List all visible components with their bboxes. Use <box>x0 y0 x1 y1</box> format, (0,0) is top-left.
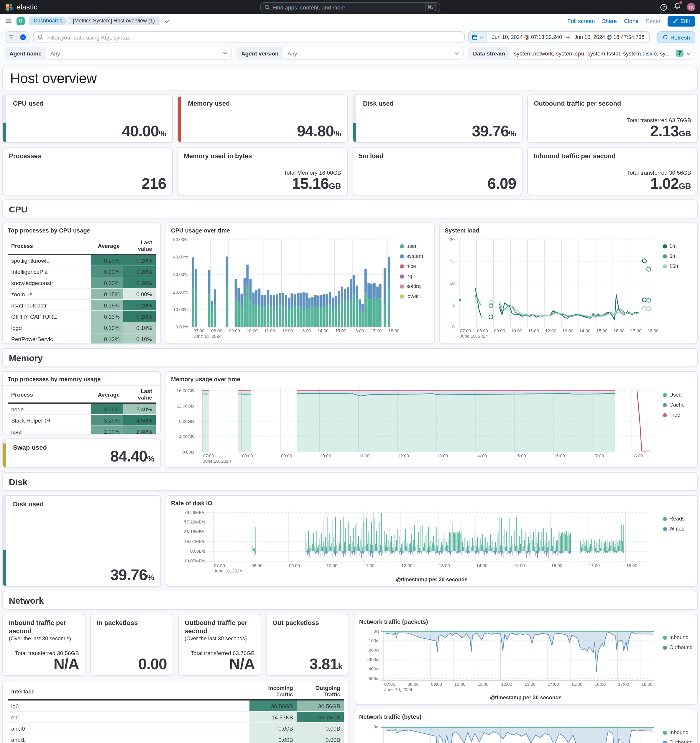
table-row[interactable]: spotlightknowle0.29%0.20% <box>8 255 156 266</box>
svg-text:57.22MB/s: 57.22MB/s <box>184 520 205 524</box>
table-header[interactable]: Outgoing Traffic <box>297 683 344 700</box>
table-row[interactable]: Slack Helper (R3.29%4.50% <box>8 414 156 426</box>
legend-item[interactable]: irq <box>400 273 434 279</box>
svg-text:15:00: 15:00 <box>335 328 347 333</box>
filter-options-button[interactable] <box>5 32 17 43</box>
dashboard-badge[interactable]: D <box>16 17 25 25</box>
metric-in-packetloss[interactable]: In packetloss0.00 <box>90 614 173 676</box>
legend-dot-icon <box>663 527 667 531</box>
table-header[interactable]: Average <box>91 386 123 403</box>
panel-interfaces-table[interactable]: InterfaceIncoming TrafficOutgoing Traffi… <box>2 680 349 743</box>
legend-item[interactable]: Outbound <box>663 740 697 743</box>
table-row[interactable]: PerfPowerServic0.13%0.10% <box>8 333 156 344</box>
panel-network-packets-chart[interactable]: Network traffic (packets) 07:00June 10, … <box>354 614 698 705</box>
table-row[interactable]: java2.90%2.80% <box>8 426 156 434</box>
table-header[interactable]: Last value <box>123 237 156 255</box>
table-header[interactable]: Average <box>91 237 123 255</box>
legend-item[interactable]: Outbound <box>663 644 697 650</box>
table-row[interactable]: logd0.13%0.10% <box>8 322 156 333</box>
breadcrumb-dashboards[interactable]: Dashboards <box>29 16 68 25</box>
panel-network-bytes-chart[interactable]: Network traffic (bytes) 07:00June 10, 20… <box>354 709 698 743</box>
date-to[interactable]: Jun 10, 2024 @ 18:47:54.738 <box>574 34 644 40</box>
table-row[interactable]: zoom.us0.15%0.00% <box>8 288 156 299</box>
control-agent-version[interactable]: Agent version Any <box>236 47 464 59</box>
date-picker[interactable]: Jun 10, 2024 @ 07:13:32.240 Jun 10, 2024… <box>468 31 650 43</box>
system-load-chart[interactable]: 07:00June 10, 202408:0009:0010:0011:0012… <box>440 235 663 342</box>
kql-query-input[interactable]: Filter your data using KQL syntax <box>33 31 465 43</box>
legend-item[interactable]: Inbound <box>663 634 697 640</box>
date-quick-select-button[interactable] <box>469 32 487 43</box>
memory-usage-chart[interactable]: 07:00June 10, 202408:0009:0010:0011:0012… <box>166 383 663 468</box>
reset-button[interactable]: Reset <box>646 18 660 24</box>
metric-disk-used-large[interactable]: Disk used39.76% <box>2 495 161 587</box>
legend-item[interactable]: Inbound <box>663 730 697 735</box>
panel-cpu-usage-chart[interactable]: CPU usage over time 07:00June 10, 202408… <box>166 222 435 344</box>
metric-5m-load[interactable]: 5m load6.09 <box>352 147 523 195</box>
refresh-button[interactable]: Refresh <box>657 31 695 43</box>
metric-memory-used[interactable]: Memory used94.80% <box>177 95 348 143</box>
panel-disk-io-chart[interactable]: Rate of disk IO 07:00June 10, 202408:000… <box>166 495 698 587</box>
metric-swap-used[interactable]: Swap used84.40% <box>2 438 161 468</box>
legend-item[interactable]: system <box>400 253 434 259</box>
metric-inbound-traffic[interactable]: Inbound traffic per secondTotal transfer… <box>527 147 698 195</box>
table-header[interactable]: Interface <box>8 683 250 700</box>
user-avatar[interactable]: TA <box>687 3 695 11</box>
edit-button[interactable]: Edit <box>667 16 695 26</box>
table-row[interactable]: lo030.56GB30.56GB <box>8 700 344 712</box>
brand-label: elastic <box>16 3 37 11</box>
table-header[interactable]: Incoming Traffic <box>250 683 297 700</box>
cpu-usage-chart[interactable]: 07:00June 10, 202408:0009:0010:0011:0012… <box>166 235 400 342</box>
legend-item[interactable]: Reads <box>663 516 697 522</box>
legend-item[interactable]: user <box>400 243 434 249</box>
notifications-button[interactable] <box>673 2 681 12</box>
metric-net-inbound[interactable]: Inbound traffic per second(Over the last… <box>2 614 86 676</box>
legend-item[interactable]: 1m <box>663 243 697 249</box>
table-row[interactable]: en014.53KB63.76GB <box>8 712 344 723</box>
full-screen-button[interactable]: Full screen <box>567 18 595 24</box>
panel-top-memory-processes[interactable]: Top processes by memory usage ProcessAve… <box>2 371 161 434</box>
help-icon[interactable]: ? <box>660 3 668 11</box>
table-row[interactable]: GIPHY CAPTURE0.13%0.20% <box>8 311 156 322</box>
legend-item[interactable]: Free <box>663 412 697 418</box>
global-search-input[interactable]: Find apps, content, and more. ⌘/ <box>260 2 440 12</box>
table-row[interactable]: node3.59%2.40% <box>8 403 156 414</box>
metric-processes[interactable]: Processes216 <box>2 147 173 195</box>
disk-io-chart[interactable]: 07:00June 10, 202408:0009:0010:0011:0012… <box>166 508 663 576</box>
table-header[interactable]: Process <box>8 237 91 255</box>
table-header[interactable]: Last value <box>123 386 156 403</box>
legend-item[interactable]: Writes <box>663 526 697 532</box>
panel-top-cpu-processes[interactable]: Top processes by CPU usage ProcessAverag… <box>2 222 161 344</box>
legend-item[interactable]: Used <box>663 392 697 398</box>
table-header[interactable]: Process <box>8 386 91 403</box>
legend-item[interactable]: softirq <box>400 283 434 289</box>
table-row[interactable]: anpi10.00B0.00B <box>8 734 344 743</box>
legend-item[interactable]: 5m <box>663 253 697 259</box>
legend-item[interactable]: nice <box>400 263 434 269</box>
panel-system-load-chart[interactable]: System load 07:00June 10, 202408:0009:00… <box>439 222 698 344</box>
legend-item[interactable]: iowait <box>400 293 434 299</box>
add-filter-button[interactable] <box>17 32 29 43</box>
control-agent-name[interactable]: Agent name Any <box>5 47 232 59</box>
clone-button[interactable]: Clone <box>624 18 639 24</box>
metric-disk-used[interactable]: Disk used39.76% <box>352 95 523 143</box>
metric-outbound-traffic[interactable]: Outbound traffic per secondTotal transfe… <box>527 95 698 143</box>
metric-net-outbound[interactable]: Outbound traffic per second(Over the las… <box>178 614 261 676</box>
check-icon[interactable] <box>164 18 170 24</box>
legend-item[interactable]: 15m <box>663 263 697 269</box>
panel-memory-usage-chart[interactable]: Memory usage over time 07:00June 10, 202… <box>166 371 698 468</box>
table-row[interactable]: nsattributedstr0.15%0.20% <box>8 299 156 311</box>
network-packets-chart[interactable]: 07:00June 10, 202408:0009:0010:0011:0012… <box>354 626 663 695</box>
metric-cpu-used[interactable]: CPU used40.00% <box>2 95 173 143</box>
table-row[interactable]: IntelligencePla0.23%0.20% <box>8 266 156 277</box>
metric-memory-bytes[interactable]: Memory used in bytesTotal Memory 16.00GB… <box>177 147 348 195</box>
network-bytes-chart[interactable]: 07:00June 10, 202408:0009:0010:0011:0012… <box>354 721 663 743</box>
date-from[interactable]: Jun 10, 2024 @ 07:13:32.240 <box>492 34 562 40</box>
table-row[interactable]: knowledgeconstr0.20%0.20% <box>8 277 156 288</box>
metric-out-packetloss[interactable]: Out packetloss3.81k <box>266 614 349 676</box>
legend-item[interactable]: Cache <box>663 402 697 408</box>
control-data-stream[interactable]: Data stream system.network, system.cpu, … <box>468 47 695 59</box>
menu-icon[interactable] <box>5 17 12 25</box>
elastic-brand[interactable]: elastic <box>5 3 37 12</box>
table-row[interactable]: anpi00.00B0.00B <box>8 723 344 734</box>
share-button[interactable]: Share <box>602 18 617 24</box>
